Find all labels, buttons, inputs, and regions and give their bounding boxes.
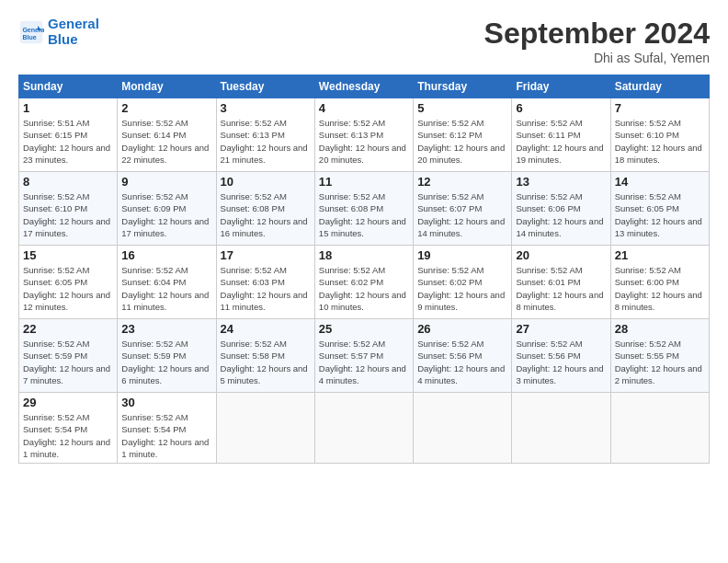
day-info: Sunrise: 5:52 AMSunset: 5:54 PMDaylight:…: [23, 412, 110, 459]
calendar-cell: 23 Sunrise: 5:52 AMSunset: 5:59 PMDaylig…: [118, 319, 216, 393]
calendar-week-1: 1 Sunrise: 5:51 AMSunset: 6:15 PMDayligh…: [19, 98, 710, 172]
day-number: 18: [319, 248, 409, 262]
day-number: 25: [319, 322, 409, 336]
day-info: Sunrise: 5:52 AMSunset: 6:03 PMDaylight:…: [221, 265, 308, 312]
day-number: 29: [23, 396, 113, 409]
col-monday: Monday: [118, 75, 216, 98]
col-wednesday: Wednesday: [314, 75, 413, 98]
calendar-week-5: 29 Sunrise: 5:52 AMSunset: 5:54 PMDaylig…: [19, 393, 710, 464]
day-number: 7: [615, 101, 705, 115]
month-title: September 2024: [484, 17, 710, 51]
calendar-week-2: 8 Sunrise: 5:52 AMSunset: 6:10 PMDayligh…: [19, 172, 710, 246]
col-sunday: Sunday: [19, 75, 118, 98]
day-number: 27: [516, 322, 606, 336]
calendar-cell: 5 Sunrise: 5:52 AMSunset: 6:12 PMDayligh…: [414, 98, 512, 172]
day-number: 1: [23, 101, 113, 115]
calendar-cell: 4 Sunrise: 5:52 AMSunset: 6:13 PMDayligh…: [314, 98, 413, 172]
calendar-cell: 10 Sunrise: 5:52 AMSunset: 6:08 PMDaylig…: [216, 172, 314, 246]
day-number: 5: [417, 101, 507, 115]
day-number: 17: [221, 248, 311, 262]
day-number: 30: [121, 396, 211, 409]
calendar-cell: 27 Sunrise: 5:52 AMSunset: 5:56 PMDaylig…: [512, 319, 610, 393]
calendar-cell: [512, 393, 610, 464]
calendar-cell: 18 Sunrise: 5:52 AMSunset: 6:02 PMDaylig…: [314, 246, 413, 319]
calendar-cell: [414, 393, 512, 464]
day-info: Sunrise: 5:52 AMSunset: 6:00 PMDaylight:…: [615, 265, 702, 312]
day-info: Sunrise: 5:52 AMSunset: 6:02 PMDaylight:…: [319, 265, 406, 312]
day-info: Sunrise: 5:52 AMSunset: 6:13 PMDaylight:…: [221, 118, 308, 165]
calendar-cell: 6 Sunrise: 5:52 AMSunset: 6:11 PMDayligh…: [512, 98, 610, 172]
day-number: 10: [221, 175, 311, 189]
calendar-cell: 25 Sunrise: 5:52 AMSunset: 5:57 PMDaylig…: [314, 319, 413, 393]
calendar-cell: 11 Sunrise: 5:52 AMSunset: 6:08 PMDaylig…: [314, 172, 413, 246]
calendar-week-3: 15 Sunrise: 5:52 AMSunset: 6:05 PMDaylig…: [19, 246, 710, 319]
col-tuesday: Tuesday: [216, 75, 314, 98]
header: General Blue General Blue September 2024…: [18, 17, 710, 65]
day-info: Sunrise: 5:52 AMSunset: 5:57 PMDaylight:…: [319, 339, 406, 385]
calendar-cell: 7 Sunrise: 5:52 AMSunset: 6:10 PMDayligh…: [610, 98, 709, 172]
logo-icon: General Blue: [18, 19, 44, 45]
day-number: 24: [221, 322, 311, 336]
svg-text:Blue: Blue: [22, 33, 36, 40]
day-info: Sunrise: 5:52 AMSunset: 6:01 PMDaylight:…: [516, 265, 603, 312]
day-info: Sunrise: 5:52 AMSunset: 6:05 PMDaylight:…: [615, 191, 702, 238]
day-info: Sunrise: 5:52 AMSunset: 6:02 PMDaylight:…: [417, 265, 505, 312]
day-number: 6: [516, 101, 606, 115]
day-info: Sunrise: 5:52 AMSunset: 6:11 PMDaylight:…: [516, 118, 603, 165]
logo-text: General Blue: [48, 17, 99, 47]
calendar-cell: [314, 393, 413, 464]
day-info: Sunrise: 5:52 AMSunset: 5:56 PMDaylight:…: [516, 339, 603, 385]
calendar-header-row: Sunday Monday Tuesday Wednesday Thursday…: [19, 75, 710, 98]
calendar-cell: 15 Sunrise: 5:52 AMSunset: 6:05 PMDaylig…: [19, 246, 118, 319]
day-number: 15: [23, 248, 113, 262]
col-thursday: Thursday: [414, 75, 512, 98]
day-number: 22: [23, 322, 113, 336]
day-number: 2: [121, 101, 211, 115]
col-friday: Friday: [512, 75, 610, 98]
calendar-cell: 22 Sunrise: 5:52 AMSunset: 5:59 PMDaylig…: [19, 319, 118, 393]
day-number: 8: [23, 175, 113, 189]
calendar-cell: 16 Sunrise: 5:52 AMSunset: 6:04 PMDaylig…: [118, 246, 216, 319]
title-block: September 2024 Dhi as Sufal, Yemen: [484, 17, 710, 65]
day-info: Sunrise: 5:52 AMSunset: 6:06 PMDaylight:…: [516, 191, 603, 238]
calendar-cell: 9 Sunrise: 5:52 AMSunset: 6:09 PMDayligh…: [118, 172, 216, 246]
day-info: Sunrise: 5:52 AMSunset: 6:10 PMDaylight:…: [23, 191, 110, 238]
calendar-table: Sunday Monday Tuesday Wednesday Thursday…: [18, 75, 710, 464]
calendar-cell: 12 Sunrise: 5:52 AMSunset: 6:07 PMDaylig…: [414, 172, 512, 246]
logo: General Blue General Blue: [18, 17, 99, 47]
day-info: Sunrise: 5:52 AMSunset: 6:14 PMDaylight:…: [121, 118, 209, 165]
calendar-cell: 26 Sunrise: 5:52 AMSunset: 5:56 PMDaylig…: [414, 319, 512, 393]
day-info: Sunrise: 5:52 AMSunset: 5:59 PMDaylight:…: [121, 339, 209, 385]
calendar-cell: 30 Sunrise: 5:52 AMSunset: 5:54 PMDaylig…: [118, 393, 216, 464]
day-number: 12: [417, 175, 507, 189]
calendar-cell: 19 Sunrise: 5:52 AMSunset: 6:02 PMDaylig…: [414, 246, 512, 319]
calendar-cell: [610, 393, 709, 464]
day-info: Sunrise: 5:52 AMSunset: 6:05 PMDaylight:…: [23, 265, 110, 312]
location-title: Dhi as Sufal, Yemen: [484, 51, 710, 65]
calendar-cell: 21 Sunrise: 5:52 AMSunset: 6:00 PMDaylig…: [610, 246, 709, 319]
day-number: 23: [121, 322, 211, 336]
day-info: Sunrise: 5:52 AMSunset: 6:09 PMDaylight:…: [121, 191, 209, 238]
day-info: Sunrise: 5:52 AMSunset: 5:56 PMDaylight:…: [417, 339, 505, 385]
day-info: Sunrise: 5:52 AMSunset: 6:04 PMDaylight:…: [121, 265, 209, 312]
day-number: 14: [615, 175, 705, 189]
day-number: 19: [417, 248, 507, 262]
calendar-cell: 8 Sunrise: 5:52 AMSunset: 6:10 PMDayligh…: [19, 172, 118, 246]
day-number: 4: [319, 101, 409, 115]
calendar-cell: 17 Sunrise: 5:52 AMSunset: 6:03 PMDaylig…: [216, 246, 314, 319]
calendar-cell: 3 Sunrise: 5:52 AMSunset: 6:13 PMDayligh…: [216, 98, 314, 172]
calendar-cell: 14 Sunrise: 5:52 AMSunset: 6:05 PMDaylig…: [610, 172, 709, 246]
day-number: 11: [319, 175, 409, 189]
day-number: 13: [516, 175, 606, 189]
day-info: Sunrise: 5:52 AMSunset: 6:08 PMDaylight:…: [221, 191, 308, 238]
calendar-cell: 28 Sunrise: 5:52 AMSunset: 5:55 PMDaylig…: [610, 319, 709, 393]
page: General Blue General Blue September 2024…: [0, 0, 728, 473]
day-number: 26: [417, 322, 507, 336]
day-number: 16: [121, 248, 211, 262]
day-number: 3: [221, 101, 311, 115]
calendar-cell: 20 Sunrise: 5:52 AMSunset: 6:01 PMDaylig…: [512, 246, 610, 319]
calendar-cell: 2 Sunrise: 5:52 AMSunset: 6:14 PMDayligh…: [118, 98, 216, 172]
day-number: 20: [516, 248, 606, 262]
day-info: Sunrise: 5:52 AMSunset: 6:07 PMDaylight:…: [417, 191, 505, 238]
day-number: 28: [615, 322, 705, 336]
